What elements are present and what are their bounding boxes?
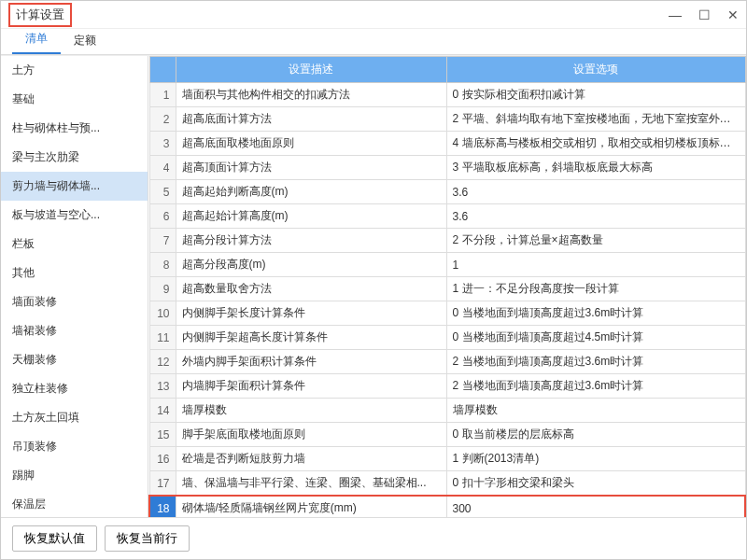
row-desc: 砌体墙/轻质隔墙钢丝网片宽度(mm)	[176, 496, 446, 517]
row-desc: 墙面积与其他构件相交的扣减方法	[176, 83, 446, 107]
tab-0[interactable]: 清单	[12, 25, 61, 54]
sidebar-item-13[interactable]: 吊顶装修	[1, 432, 148, 461]
sidebar-item-4[interactable]: 剪力墙与砌体墙...	[1, 172, 148, 201]
row-option[interactable]: 1	[446, 253, 745, 277]
minimize-button[interactable]: —	[669, 7, 682, 22]
table-row[interactable]: 8超高分段高度(m)1	[149, 253, 745, 277]
window-title: 计算设置	[8, 3, 72, 27]
table-row[interactable]: 4超高顶面计算方法3 平墙取板底标高，斜墙取板底最大标高	[149, 156, 745, 180]
row-number: 14	[149, 399, 176, 423]
table-row[interactable]: 6超高起始计算高度(m)3.6	[149, 204, 745, 229]
header-option: 设置选项	[446, 57, 745, 83]
row-desc: 内侧脚手架超高长度计算条件	[176, 326, 446, 350]
sidebar-item-2[interactable]: 柱与砌体柱与预...	[1, 114, 148, 143]
row-number: 2	[149, 107, 176, 132]
row-option[interactable]: 0 当楼地面到墙顶高度超过3.6m时计算	[446, 301, 745, 326]
row-number: 6	[149, 204, 176, 229]
sidebar-item-14[interactable]: 踢脚	[1, 461, 148, 490]
row-number: 7	[149, 229, 176, 253]
row-desc: 超高顶面计算方法	[176, 156, 446, 180]
row-option[interactable]: 1 进一：不足分段高度按一段计算	[446, 277, 745, 301]
tab-1[interactable]: 定额	[61, 27, 109, 54]
row-option[interactable]: 0 当楼地面到墙顶高度超过4.5m时计算	[446, 326, 745, 350]
sidebar-item-9[interactable]: 墙裙装修	[1, 316, 148, 345]
titlebar: 计算设置 — ☐ ✕	[1, 1, 746, 29]
row-number: 18	[149, 496, 176, 517]
row-number: 1	[149, 83, 176, 107]
table-row[interactable]: 5超高起始判断高度(m)3.6	[149, 180, 745, 204]
row-desc: 超高数量取舍方法	[176, 277, 446, 301]
row-option[interactable]: 300	[446, 496, 745, 517]
window-controls: — ☐ ✕	[669, 7, 739, 22]
row-option[interactable]: 3.6	[446, 180, 745, 204]
row-desc: 砼墙是否判断短肢剪力墙	[176, 447, 446, 471]
sidebar-item-0[interactable]: 土方	[1, 56, 148, 85]
content-area: 土方基础柱与砌体柱与预...梁与主次肋梁剪力墙与砌体墙...板与坡道与空心...…	[1, 55, 746, 517]
table-row[interactable]: 9超高数量取舍方法1 进一：不足分段高度按一段计算	[149, 277, 745, 301]
row-number: 5	[149, 180, 176, 204]
row-number: 3	[149, 132, 176, 156]
row-desc: 超高分段高度(m)	[176, 253, 446, 277]
sidebar-item-6[interactable]: 栏板	[1, 230, 148, 259]
row-desc: 超高起始判断高度(m)	[176, 180, 446, 204]
sidebar[interactable]: 土方基础柱与砌体柱与预...梁与主次肋梁剪力墙与砌体墙...板与坡道与空心...…	[1, 56, 148, 517]
row-desc: 内墙脚手架面积计算条件	[176, 374, 446, 399]
row-desc: 墙厚模数	[176, 399, 446, 423]
table-row[interactable]: 11内侧脚手架超高长度计算条件0 当楼地面到墙顶高度超过4.5m时计算	[149, 326, 745, 350]
sidebar-item-8[interactable]: 墙面装修	[1, 287, 148, 316]
sidebar-item-1[interactable]: 基础	[1, 85, 148, 114]
main-panel: 设置描述 设置选项 1墙面积与其他构件相交的扣减方法0 按实际相交面积扣减计算2…	[148, 56, 746, 517]
table-row[interactable]: 13内墙脚手架面积计算条件2 当楼地面到墙顶高度超过3.6m时计算	[149, 374, 745, 399]
tab-bar: 清单定额	[1, 29, 746, 55]
close-button[interactable]: ✕	[727, 7, 739, 22]
restore-default-button[interactable]: 恢复默认值	[12, 525, 97, 552]
row-number: 10	[149, 301, 176, 326]
row-option[interactable]: 3 平墙取板底标高，斜墙取板底最大标高	[446, 156, 745, 180]
row-desc: 超高底面计算方法	[176, 107, 446, 132]
row-option[interactable]: 墙厚模数	[446, 399, 745, 423]
table-row[interactable]: 10内侧脚手架长度计算条件0 当楼地面到墙顶高度超过3.6m时计算	[149, 301, 745, 326]
header-desc: 设置描述	[176, 57, 446, 83]
table-row[interactable]: 15脚手架底面取楼地面原则0 取当前楼层的层底标高	[149, 423, 745, 447]
row-option[interactable]: 0 按实际相交面积扣减计算	[446, 83, 745, 107]
row-option[interactable]: 2 不分段，计算总量×超高数量	[446, 229, 745, 253]
row-number: 8	[149, 253, 176, 277]
row-option[interactable]: 4 墙底标高与楼板相交或相切，取相交或相切楼板顶标高低...	[446, 132, 745, 156]
table-row[interactable]: 7超高分段计算方法2 不分段，计算总量×超高数量	[149, 229, 745, 253]
row-number: 15	[149, 423, 176, 447]
row-option[interactable]: 2 当楼地面到墙顶高度超过3.6m时计算	[446, 374, 745, 399]
sidebar-item-7[interactable]: 其他	[1, 259, 148, 287]
table-row[interactable]: 17墙、保温墙与非平行梁、连梁、圈梁、基础梁相...0 扣十字形相交梁和梁头	[149, 471, 745, 497]
table-row[interactable]: 1墙面积与其他构件相交的扣减方法0 按实际相交面积扣减计算	[149, 83, 745, 107]
sidebar-item-10[interactable]: 天棚装修	[1, 345, 148, 374]
sidebar-item-11[interactable]: 独立柱装修	[1, 374, 148, 403]
row-number: 17	[149, 471, 176, 497]
sidebar-item-12[interactable]: 土方灰土回填	[1, 403, 148, 432]
footer: 恢复默认值 恢复当前行	[1, 517, 746, 559]
table-row[interactable]: 18砌体墙/轻质隔墙钢丝网片宽度(mm)300	[149, 496, 745, 517]
sidebar-item-15[interactable]: 保温层	[1, 490, 148, 517]
row-option[interactable]: 3.6	[446, 204, 745, 229]
row-option[interactable]: 0 取当前楼层的层底标高	[446, 423, 745, 447]
restore-current-button[interactable]: 恢复当前行	[105, 525, 190, 552]
row-desc: 外墙内脚手架面积计算条件	[176, 350, 446, 374]
sidebar-item-5[interactable]: 板与坡道与空心...	[1, 201, 148, 230]
row-desc: 超高分段计算方法	[176, 229, 446, 253]
table-row[interactable]: 16砼墙是否判断短肢剪力墙1 判断(2013清单)	[149, 447, 745, 471]
settings-table-wrap[interactable]: 设置描述 设置选项 1墙面积与其他构件相交的扣减方法0 按实际相交面积扣减计算2…	[148, 56, 746, 517]
row-option[interactable]: 2 当楼地面到墙顶高度超过3.6m时计算	[446, 350, 745, 374]
app-window: 计算设置 — ☐ ✕ 清单定额 土方基础柱与砌体柱与预...梁与主次肋梁剪力墙与…	[0, 0, 747, 560]
row-option[interactable]: 1 判断(2013清单)	[446, 447, 745, 471]
table-row[interactable]: 14墙厚模数墙厚模数	[149, 399, 745, 423]
table-row[interactable]: 12外墙内脚手架面积计算条件2 当楼地面到墙顶高度超过3.6m时计算	[149, 350, 745, 374]
row-number: 12	[149, 350, 176, 374]
row-number: 9	[149, 277, 176, 301]
table-row[interactable]: 3超高底面取楼地面原则4 墙底标高与楼板相交或相切，取相交或相切楼板顶标高低..…	[149, 132, 745, 156]
row-number: 4	[149, 156, 176, 180]
sidebar-item-3[interactable]: 梁与主次肋梁	[1, 143, 148, 172]
maximize-button[interactable]: ☐	[698, 7, 711, 22]
row-option[interactable]: 2 平墙、斜墙均取有地下室按楼地面，无地下室按室外地坪...	[446, 107, 745, 132]
table-row[interactable]: 2超高底面计算方法2 平墙、斜墙均取有地下室按楼地面，无地下室按室外地坪...	[149, 107, 745, 132]
row-desc: 超高底面取楼地面原则	[176, 132, 446, 156]
row-option[interactable]: 0 扣十字形相交梁和梁头	[446, 471, 745, 497]
